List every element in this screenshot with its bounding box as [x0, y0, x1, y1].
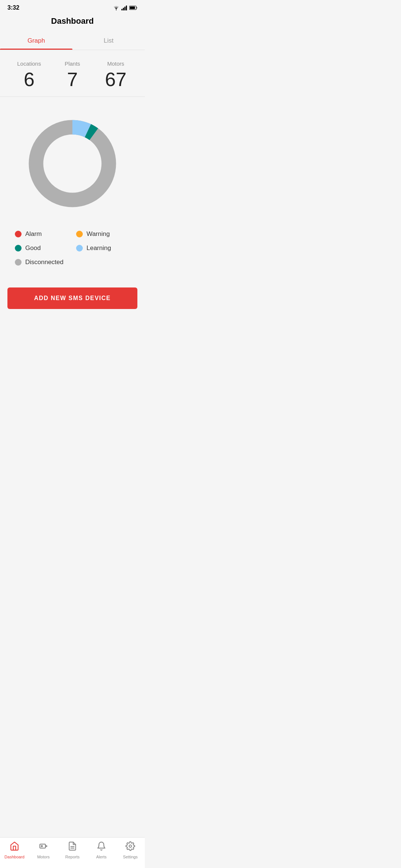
header: Dashboard — [0, 13, 145, 32]
stat-locations: Locations 6 — [7, 60, 51, 89]
legend-good: Good — [15, 244, 69, 252]
wifi-icon — [113, 5, 120, 10]
alarm-dot — [15, 231, 22, 237]
status-icons — [113, 5, 137, 10]
legend-row-1: Alarm Warning — [15, 230, 130, 238]
disconnected-label: Disconnected — [25, 259, 63, 266]
stat-motors-value: 67 — [94, 70, 137, 89]
legend-alarm: Alarm — [15, 230, 69, 238]
status-time: 3:32 — [7, 4, 19, 11]
legend-learning: Learning — [76, 244, 130, 252]
warning-dot — [76, 231, 83, 237]
add-button-section: ADD NEW SMS DEVICE — [0, 276, 145, 316]
alarm-label: Alarm — [25, 230, 42, 238]
tab-list[interactable]: List — [72, 32, 145, 50]
svg-rect-6 — [130, 7, 135, 9]
chart-section — [0, 97, 145, 223]
good-label: Good — [25, 244, 41, 252]
legend-warning: Warning — [76, 230, 130, 238]
stat-locations-value: 6 — [7, 70, 51, 89]
learning-label: Learning — [87, 244, 111, 252]
stat-motors-label: Motors — [94, 60, 137, 67]
add-sms-device-button[interactable]: ADD NEW SMS DEVICE — [7, 287, 137, 309]
donut-svg — [20, 112, 124, 216]
good-dot — [15, 245, 22, 251]
learning-dot — [76, 245, 83, 251]
warning-label: Warning — [87, 230, 110, 238]
svg-rect-1 — [121, 9, 123, 10]
status-bar: 3:32 — [0, 0, 145, 13]
donut-chart — [20, 112, 124, 216]
svg-point-0 — [116, 10, 117, 10]
legend-placeholder — [76, 259, 130, 266]
segment-disconnected — [36, 127, 109, 200]
stat-motors: Motors 67 — [94, 60, 137, 89]
stat-locations-label: Locations — [7, 60, 51, 67]
page-title: Dashboard — [0, 16, 145, 26]
svg-rect-4 — [126, 6, 127, 10]
legend-disconnected: Disconnected — [15, 259, 69, 266]
signal-icon — [121, 5, 127, 10]
battery-icon — [129, 6, 137, 10]
legend-row-3: Disconnected — [15, 259, 130, 266]
legend-section: Alarm Warning Good Learning Disconnected — [0, 223, 145, 276]
svg-rect-2 — [123, 8, 124, 10]
stat-plants-value: 7 — [51, 70, 94, 89]
svg-rect-3 — [124, 7, 125, 10]
stat-plants-label: Plants — [51, 60, 94, 67]
stat-plants: Plants 7 — [51, 60, 94, 89]
tab-bar: Graph List — [0, 32, 145, 50]
disconnected-dot — [15, 259, 22, 266]
legend-row-2: Good Learning — [15, 244, 130, 252]
stats-row: Locations 6 Plants 7 Motors 67 — [0, 50, 145, 97]
tab-graph[interactable]: Graph — [0, 32, 72, 50]
